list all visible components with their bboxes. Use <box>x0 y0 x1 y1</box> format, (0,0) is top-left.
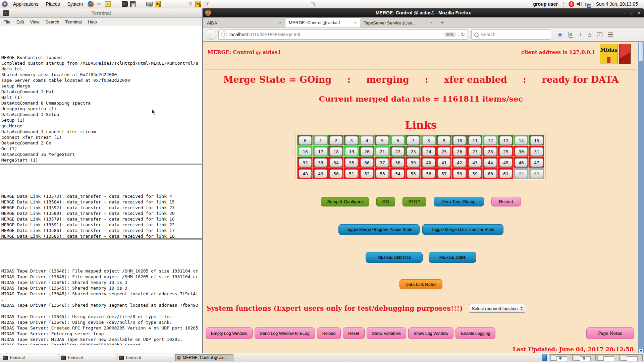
taskbar-item-terminal-3[interactable]: >_ Terminal <box>117 354 174 361</box>
control-button[interactable]: Setup & Configure <box>321 197 369 206</box>
link-button[interactable]: 52 <box>361 169 374 178</box>
calculator-launcher-icon[interactable] <box>130 1 136 7</box>
link-button[interactable]: 25 <box>438 147 451 156</box>
stats-button[interactable]: MERGE Statistics <box>366 252 423 263</box>
link-button[interactable]: 5 <box>376 136 389 145</box>
scrollbar-thumb[interactable] <box>639 42 643 61</box>
url-bar[interactable]: i localhost :8115/MERGE/Merge.tml 80% ↻ <box>218 29 468 40</box>
link-button[interactable]: 17 <box>314 147 327 156</box>
tab-close-icon[interactable]: × <box>279 20 281 25</box>
network-icon[interactable] <box>585 2 591 6</box>
bookmark-star-icon[interactable]: ★ <box>557 31 563 39</box>
link-button[interactable]: 51 <box>345 169 358 178</box>
link-button[interactable]: 33 <box>314 158 327 167</box>
link-button[interactable]: 19 <box>345 147 358 156</box>
site-info-icon[interactable]: i <box>221 32 227 38</box>
minimize-button[interactable]: – <box>623 10 626 15</box>
log-button[interactable]: Show Log Window <box>408 327 454 339</box>
distro-logo-icon[interactable] <box>2 1 8 7</box>
terminal-menu-item[interactable]: Edit <box>13 19 27 24</box>
link-button[interactable]: 50 <box>330 169 343 178</box>
workspace-2[interactable] <box>572 354 596 361</box>
taskbar-item-terminal-2[interactable]: >_ Terminal <box>59 354 116 361</box>
system-function-select[interactable]: Select required function <box>469 304 526 313</box>
control-button[interactable]: GO <box>376 197 395 206</box>
page-notes-button[interactable]: Page Notes <box>586 327 634 339</box>
firefox-launcher-icon[interactable] <box>88 1 94 7</box>
link-button[interactable]: 23 <box>407 147 420 156</box>
mail-launcher-icon[interactable]: ✉ <box>96 1 102 7</box>
zoom-level-badge[interactable]: 80% <box>443 32 456 37</box>
link-button[interactable]: 21 <box>376 147 389 156</box>
spring-app-icon-2[interactable] <box>203 1 210 7</box>
link-button[interactable]: 22 <box>391 147 405 156</box>
data-link-rates-button[interactable]: Data Link Rates <box>399 279 442 289</box>
control-button[interactable]: STOP <box>402 197 426 206</box>
firefox-titlebar[interactable]: MERGE: Control @ aidas1 - Mozilla Firefo… <box>203 8 644 17</box>
panel-menu[interactable]: Places <box>42 0 64 8</box>
back-button[interactable]: ← <box>206 29 216 40</box>
link-button[interactable]: 24 <box>422 147 435 156</box>
taskbar-item-terminal-1[interactable]: >_ Terminal <box>1 354 58 361</box>
panel-menu[interactable]: System <box>64 0 87 8</box>
clock[interactable]: Sun 4 Jun, 20:13:05 <box>596 1 638 7</box>
link-button[interactable]: 2 <box>330 136 343 145</box>
terminal-launcher-icon[interactable]: >_ <box>122 1 128 7</box>
bookmarks-list-icon[interactable] <box>569 32 573 38</box>
link-button[interactable]: 57 <box>438 169 451 178</box>
spring-app-icon[interactable] <box>186 1 193 7</box>
terminal-menu-item[interactable]: View <box>27 19 42 24</box>
link-button[interactable]: 14 <box>515 136 528 145</box>
reload-icon[interactable]: ↻ <box>461 32 465 38</box>
link-button[interactable]: 29 <box>499 147 513 156</box>
tray-drive-icon[interactable] <box>542 354 547 361</box>
link-button[interactable]: 43 <box>469 158 482 167</box>
link-button[interactable]: 60 <box>484 169 497 178</box>
link-button[interactable]: 49 <box>314 169 327 178</box>
workspace-1[interactable] <box>549 354 572 361</box>
home-icon[interactable]: ⌂ <box>588 31 591 38</box>
link-button[interactable]: 61 <box>499 169 513 178</box>
log-button[interactable]: Reload <box>317 327 341 339</box>
link-button[interactable]: 13 <box>499 136 513 145</box>
screenshot-launcher-icon[interactable] <box>146 2 153 6</box>
link-button[interactable]: 27 <box>469 147 482 156</box>
link-button[interactable]: 38 <box>391 158 405 167</box>
maximize-button[interactable]: □ <box>631 10 633 15</box>
link-button[interactable]: 42 <box>453 158 466 167</box>
link-button[interactable]: 58 <box>453 169 466 178</box>
terminal-menu-item[interactable]: File <box>0 19 13 24</box>
terminal-titlebar[interactable]: >_ Terminal <box>0 8 202 18</box>
link-button[interactable]: 46 <box>515 158 528 167</box>
tab-close-icon[interactable]: × <box>430 20 433 25</box>
taskbar-item-firefox[interactable]: MERGE: Control @ aid... <box>175 354 233 361</box>
log-button[interactable]: Reset <box>343 327 365 339</box>
link-button[interactable]: 62 <box>515 169 528 178</box>
link-button[interactable]: 53 <box>376 169 389 178</box>
tab-merge-control[interactable]: MERGE: Control @ aidas1 × <box>285 17 360 27</box>
link-button[interactable]: 47 <box>530 158 543 167</box>
link-button[interactable]: 48 <box>299 169 312 178</box>
session-user-label[interactable]: group user <box>533 1 558 7</box>
link-button[interactable]: 15 <box>530 136 543 145</box>
link-button[interactable]: 28 <box>484 147 497 156</box>
log-button[interactable]: Send Log Window to ELog <box>255 327 315 339</box>
log-button[interactable]: Empty Log Window <box>206 327 253 339</box>
volume-icon[interactable] <box>577 1 583 7</box>
log-button[interactable]: Show Variables <box>367 327 406 339</box>
link-button[interactable]: 4 <box>361 136 374 145</box>
panel-menu[interactable]: Applications <box>9 0 42 8</box>
link-button[interactable]: 31 <box>530 147 543 156</box>
link-button[interactable]: 6 <box>391 136 405 145</box>
link-button[interactable]: 39 <box>407 158 420 167</box>
link-button[interactable]: 18 <box>330 147 343 156</box>
link-button[interactable]: 12 <box>484 136 497 145</box>
control-button[interactable]: Restart <box>491 197 521 206</box>
terminal-menu-item[interactable]: Search <box>42 19 62 24</box>
spring-app-icon-3[interactable] <box>310 1 316 7</box>
link-button[interactable]: 9 <box>438 136 451 145</box>
link-button[interactable]: 30 <box>515 147 528 156</box>
search-input[interactable] <box>480 32 551 38</box>
tab-tapeserver[interactable]: TapeServer Service (Use... × <box>360 18 436 27</box>
link-button[interactable]: 37 <box>376 158 389 167</box>
